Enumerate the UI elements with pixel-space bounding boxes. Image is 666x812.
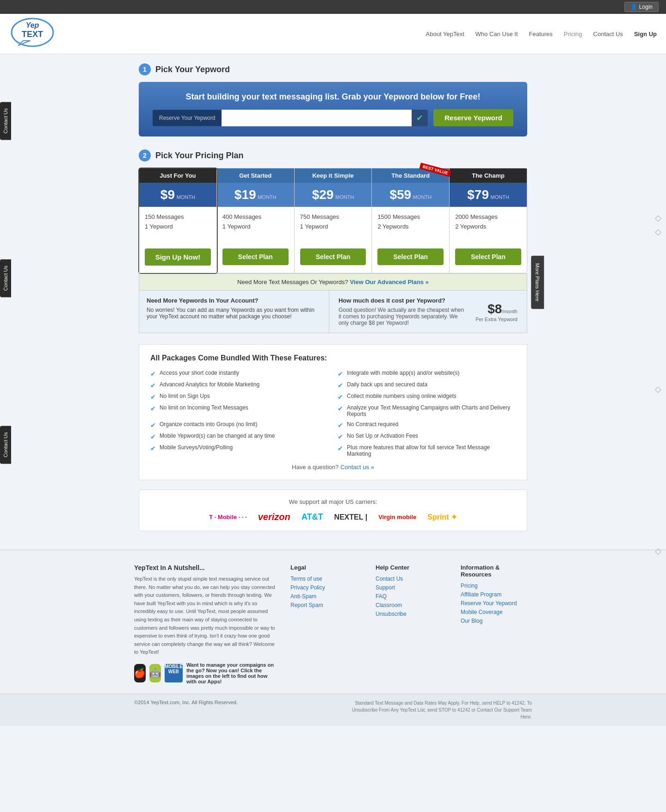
footer-disclaimer: Standard Text Message and Data Rates May…: [347, 700, 532, 720]
feature-1-text: Advanced Analytics for Mobile Marketing: [160, 381, 259, 388]
more-plans-tab[interactable]: More Plans Here: [531, 255, 544, 309]
logo[interactable]: Yep TEXT: [9, 18, 56, 50]
plan-2-price: $29: [312, 187, 334, 202]
footer-help-unsubscribe-link[interactable]: Unsubscribe: [376, 611, 447, 617]
scroll-down-arrow[interactable]: ◇: [655, 227, 661, 237]
check-icon-2: ✔: [150, 393, 156, 401]
reserve-yepword-button[interactable]: Reserve Yepword: [433, 109, 513, 126]
plan-0-yepwords: 1 Yepword: [145, 223, 211, 230]
feature-0: ✔Access your short code instantly: [150, 370, 328, 378]
features-section: All Packages Come Bundled With These Fea…: [139, 344, 527, 480]
plan-2-select-button[interactable]: Select Plan: [300, 248, 366, 265]
app-mobile-web-icon[interactable]: MOBILE WEB: [165, 664, 183, 682]
footer-terms-link[interactable]: Terms of use: [290, 576, 362, 582]
features-contact-link[interactable]: Contact us »: [340, 464, 374, 471]
check-icon: ✔: [412, 113, 428, 123]
footer-info-reserve-link[interactable]: Reserve Your Yepword: [461, 600, 532, 607]
nav-pricing[interactable]: Pricing: [564, 31, 582, 37]
more-plans-wrapper: Need More Text Messages Or Yepwords? Vie…: [139, 273, 527, 291]
step2-header: 2 Pick Your Pricing Plan: [139, 149, 527, 161]
step2-number: 2: [139, 149, 151, 161]
nav-contact[interactable]: Contact Us: [593, 31, 623, 37]
plan-3-select-button[interactable]: Select Plan: [377, 248, 444, 265]
plan-0-price-block: $9 MONTH: [139, 183, 216, 207]
nav-signup[interactable]: Sign Up: [634, 31, 657, 37]
app-apple-icon[interactable]: 🍎: [134, 664, 146, 682]
nav-who[interactable]: Who Can Use It: [475, 31, 518, 37]
scroll-up-arrow-2[interactable]: ◇: [655, 384, 661, 394]
plan-4-messages: 2000 Messages: [455, 213, 521, 220]
contact-us-side-tab-mid[interactable]: Contact Us: [0, 259, 11, 297]
person-icon: 👤: [630, 4, 637, 10]
feature-4: ✔Organize contacts into Groups (no limit…: [150, 421, 328, 429]
feature-12-text: No Set Up or Activation Fees: [347, 433, 418, 439]
plan-1-price-block: $19 MONTH: [217, 183, 294, 207]
carrier-virgin: Virgin mobile: [378, 514, 416, 521]
features-title: All Packages Come Bundled With These Fea…: [150, 354, 516, 362]
footer-info-pricing-link[interactable]: Pricing: [461, 583, 532, 589]
extra-price-block: $8/month Per Extra Yepword: [475, 302, 518, 322]
extra-right-title: How much does it cost per Yepword?: [339, 297, 468, 304]
footer-help-support-link[interactable]: Support: [376, 584, 447, 591]
feature-8: ✔Daily back ups and secured data: [338, 381, 516, 389]
plan-3-messages: 1500 Messages: [377, 213, 444, 220]
yepword-tagline: Start building your text messaging list.…: [153, 92, 513, 102]
footer-privacy-link[interactable]: Privacy Policy: [290, 584, 362, 591]
contact-us-side-tab-bot[interactable]: Contact Us: [0, 426, 11, 464]
plan-0-period: MONTH: [177, 194, 195, 200]
yepword-input-label: Reserve Your Yepword: [153, 110, 222, 126]
check-icon-6: ✔: [150, 445, 156, 452]
feature-8-text: Daily back ups and secured data: [347, 381, 427, 388]
footer-help-faq-link[interactable]: FAQ: [376, 593, 447, 600]
plan-3-price: $59: [389, 187, 411, 202]
footer-antispam-link[interactable]: Anti-Spam: [290, 593, 362, 600]
plan-3-features: 1500 Messages 2 Yepwords: [372, 207, 449, 244]
nav-features[interactable]: Features: [529, 31, 553, 37]
plan-0-features: 150 Messages 1 Yepword: [139, 207, 216, 244]
carriers-label: We support all major US carriers:: [150, 498, 516, 505]
check-icon-8: ✔: [338, 382, 343, 389]
features-grid: ✔Access your short code instantly ✔Integ…: [150, 370, 516, 457]
footer-main: YepText In A Nutshell... YepText is the …: [0, 550, 666, 694]
plan-4-select-button[interactable]: Select Plan: [455, 248, 521, 265]
plan-4-period: MONTH: [491, 194, 509, 200]
login-button[interactable]: 👤 Login: [624, 2, 659, 12]
plan-4-btn-area: Select Plan: [450, 244, 527, 273]
footer-info-coverage-link[interactable]: Mobile Coverage: [461, 609, 532, 615]
footer-content: YepText In A Nutshell... YepText is the …: [134, 564, 532, 684]
contact-us-side-tab-top[interactable]: Contact Us: [0, 102, 11, 140]
feature-10: ✔Analyze your Text Messaging Campaigns w…: [338, 404, 516, 417]
view-advanced-plans-link[interactable]: View Our Advanced Plans »: [350, 279, 429, 285]
feature-6: ✔Mobile Surveys/Voting/Polling: [150, 444, 328, 457]
check-icon-7: ✔: [338, 370, 343, 378]
app-android-icon[interactable]: 🤖: [149, 664, 161, 682]
footer-help-classroom-link[interactable]: Classroom: [376, 602, 447, 608]
footer-info-affiliate-link[interactable]: Affiliate Program: [461, 591, 532, 598]
feature-6-text: Mobile Surveys/Voting/Polling: [160, 444, 233, 451]
footer-help-contact-link[interactable]: Contact Us: [376, 576, 447, 582]
footer-reportspam-link[interactable]: Report Spam: [290, 602, 362, 608]
scroll-up-arrow-3[interactable]: ◇: [655, 546, 661, 556]
header: Yep TEXT About YepText Who Can Use It Fe…: [0, 14, 666, 54]
plan-2-messages: 750 Messages: [300, 213, 366, 220]
extra-info-row: Need More Yepwords In Your Account? No w…: [139, 291, 527, 333]
feature-10-text: Analyze your Text Messaging Campaigns wi…: [347, 404, 516, 417]
check-icon-5: ✔: [150, 433, 156, 440]
carrier-sprint: Sprint ✦: [427, 513, 457, 521]
logo-area: Yep TEXT: [9, 18, 56, 50]
extra-right-text: Good question! We actually are the cheap…: [339, 307, 468, 326]
nav-about[interactable]: About YepText: [426, 31, 464, 37]
main-nav: About YepText Who Can Use It Features Pr…: [426, 31, 657, 37]
plan-1-select-button[interactable]: Select Plan: [222, 248, 289, 265]
footer-apps: 🍎 🤖 MOBILE WEB Want to manage your compa…: [134, 662, 277, 684]
plan-get-started: Get Started $19 MONTH 400 Messages 1 Yep…: [217, 168, 295, 273]
feature-0-text: Access your short code instantly: [160, 370, 239, 376]
feature-13-text: Plus more features that allow for full s…: [347, 444, 516, 457]
plan-0-select-button[interactable]: Sign Up Now!: [145, 248, 211, 266]
login-label: Login: [639, 4, 653, 10]
scroll-up-arrow[interactable]: ◇: [655, 213, 661, 223]
feature-11-text: No Contract required: [347, 421, 398, 428]
footer-help-title: Help Center: [376, 564, 447, 571]
footer-info-blog-link[interactable]: Our Blog: [461, 618, 532, 624]
yepword-input[interactable]: [222, 110, 412, 126]
